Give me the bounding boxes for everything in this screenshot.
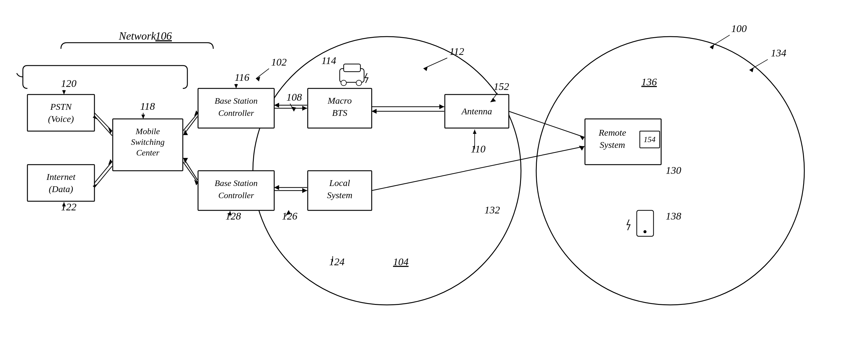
svg-text:Controller: Controller xyxy=(218,108,254,118)
svg-text:130: 130 xyxy=(666,165,681,176)
svg-text:132: 132 xyxy=(485,204,500,216)
svg-text:112: 112 xyxy=(450,46,464,57)
svg-marker-70 xyxy=(749,67,754,72)
svg-text:Network: Network xyxy=(119,30,156,42)
svg-text:100: 100 xyxy=(731,23,747,34)
svg-text:116: 116 xyxy=(235,72,249,83)
svg-line-41 xyxy=(183,113,198,131)
svg-text:Mobile: Mobile xyxy=(135,126,160,136)
svg-marker-110 xyxy=(473,130,476,134)
svg-marker-50 xyxy=(302,106,307,111)
svg-text:138: 138 xyxy=(666,210,681,222)
svg-point-114 xyxy=(341,80,346,86)
svg-text:Local: Local xyxy=(329,178,350,188)
diagram-container: Network 106 PSTN (Voice) Internet (Data)… xyxy=(0,0,868,343)
svg-marker-58 xyxy=(439,104,444,109)
svg-text:System: System xyxy=(327,190,352,200)
svg-marker-89 xyxy=(142,115,145,119)
svg-marker-56 xyxy=(274,185,279,190)
svg-marker-67 xyxy=(710,45,714,49)
svg-text:Antenna: Antenna xyxy=(461,106,492,116)
svg-rect-113 xyxy=(344,64,361,72)
svg-text:Macro: Macro xyxy=(328,95,352,106)
svg-text:Switching: Switching xyxy=(131,137,164,147)
svg-text:104: 104 xyxy=(393,256,409,267)
svg-text:102: 102 xyxy=(271,56,287,68)
svg-text:Controller: Controller xyxy=(218,191,254,200)
svg-line-63 xyxy=(509,111,584,137)
svg-line-78 xyxy=(256,68,269,79)
svg-text:114: 114 xyxy=(321,55,336,66)
svg-text:System: System xyxy=(599,140,625,150)
svg-text:PSTN: PSTN xyxy=(50,102,72,112)
svg-text:BTS: BTS xyxy=(332,108,347,118)
svg-marker-60 xyxy=(372,109,377,114)
svg-rect-4 xyxy=(27,94,94,131)
svg-marker-48 xyxy=(183,158,188,164)
svg-marker-92 xyxy=(62,90,66,94)
svg-marker-62 xyxy=(579,146,584,151)
svg-rect-7 xyxy=(27,165,94,201)
svg-text:134: 134 xyxy=(771,47,786,59)
svg-marker-54 xyxy=(302,188,307,193)
svg-marker-52 xyxy=(274,103,279,108)
svg-text:Remote: Remote xyxy=(598,127,626,138)
svg-text:110: 110 xyxy=(471,143,485,154)
svg-text:Center: Center xyxy=(136,148,159,157)
svg-text:(Data): (Data) xyxy=(49,184,73,194)
svg-point-115 xyxy=(356,80,362,86)
svg-text:122: 122 xyxy=(61,201,76,212)
svg-marker-86 xyxy=(234,84,238,88)
svg-text:Internet: Internet xyxy=(46,172,76,182)
svg-line-37 xyxy=(94,162,112,183)
svg-line-33 xyxy=(94,113,112,131)
svg-text:120: 120 xyxy=(61,78,76,89)
svg-text:152: 152 xyxy=(494,81,509,92)
svg-point-1 xyxy=(253,36,521,305)
svg-text:154: 154 xyxy=(644,135,656,144)
svg-text:118: 118 xyxy=(140,101,155,112)
svg-text:124: 124 xyxy=(329,256,345,267)
svg-text:108: 108 xyxy=(286,91,302,103)
svg-text:136: 136 xyxy=(641,76,657,87)
svg-text:106: 106 xyxy=(155,30,172,42)
svg-text:Base Station: Base Station xyxy=(215,178,258,188)
svg-text:(Voice): (Voice) xyxy=(48,114,74,124)
svg-text:Base Station: Base Station xyxy=(215,96,258,106)
svg-marker-76 xyxy=(424,66,428,71)
svg-point-117 xyxy=(644,230,647,233)
svg-line-45 xyxy=(183,162,198,183)
svg-text:128: 128 xyxy=(225,210,241,222)
main-diagram-svg: Network 106 PSTN (Voice) Internet (Data)… xyxy=(0,0,868,343)
